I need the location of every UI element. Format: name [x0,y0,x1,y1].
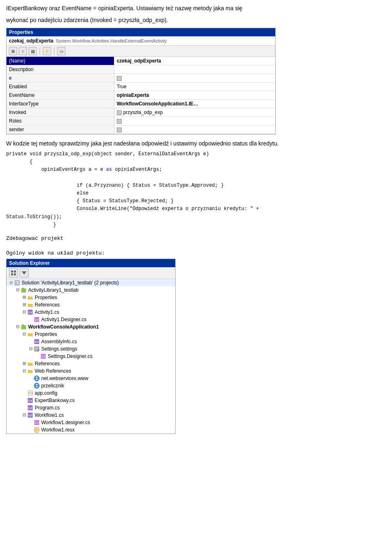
svg-rect-14 [22,324,24,326]
se-item-6[interactable]: ⊟Properties [7,331,175,338]
se-item-1[interactable]: ⊞Properties [7,294,175,301]
se-icon-18: C# [33,419,40,426]
se-btn2[interactable] [20,268,29,277]
se-expander-5[interactable]: ⊟ [15,324,20,330]
prop-value-1[interactable] [114,65,275,74]
se-expander-10[interactable]: ⊞ [21,361,27,367]
svg-rect-8 [22,288,24,289]
svg-text:C#: C# [28,311,33,314]
se-item-18[interactable]: C#Workflow1.designer.cs [7,419,175,426]
prop-name-5[interactable]: InterfaceType [7,100,114,108]
prop-value-4[interactable]: opiniaExperta [114,91,275,100]
svg-rect-19 [35,349,38,349]
properties-header: Properties [7,28,275,36]
se-icon-17: C# [27,412,33,418]
svg-text:C#: C# [41,355,46,358]
se-item-11[interactable]: ⊟Web References [7,367,175,375]
se-expander-3[interactable]: ⊟ [21,309,27,315]
prop-value-text-5: WorkflowConsoleApplication1.IE… [117,101,198,107]
se-icon-4: C# [33,316,40,323]
code-line9: Status.ToString()); [6,214,62,220]
prop-toolbar-btn5[interactable]: ▭ [57,47,65,55]
properties-object-name: czekaj_odpExperta [9,38,53,44]
se-item-17[interactable]: ⊟C#Workflow1.cs [7,411,175,419]
se-expander-14 [21,390,27,396]
prop-value-8[interactable] [114,125,275,134]
prop-value-2[interactable] [114,74,275,83]
prop-value-0[interactable]: czekaj_odpExperta [114,57,275,65]
se-expander-13 [28,383,33,389]
se-expander-17[interactable]: ⊟ [21,412,27,418]
se-item-7[interactable]: C#AssemblyInfo.cs [7,338,175,345]
prop-value-text-3: True [117,84,127,89]
se-item-0[interactable]: ⊟ActivityLibrary1_testlab [7,286,175,294]
properties-table: (Name)czekaj_odpExpertaDescriptioneEnabl… [7,57,275,134]
se-icon-10 [27,360,33,367]
se-item-12[interactable]: net.webservicex.www [7,375,175,382]
se-icon-2 [27,302,33,308]
se-label-15: ExpertBankowy.cs [35,398,75,403]
prop-name-8[interactable]: sender [7,125,114,134]
se-expander-0[interactable]: ⊟ [15,287,20,293]
se-label-8: Settings.settings [41,346,77,352]
se-item-9[interactable]: C#Settings.Designer.cs [7,353,175,360]
prop-toolbar-btn2[interactable]: ↕ [19,47,27,55]
se-solution-expander: ⊟ [8,280,14,286]
se-label-9: Settings.Designer.cs [48,353,92,359]
prop-value-icon-6 [117,110,122,115]
se-expander-11[interactable]: ⊟ [21,368,27,374]
prop-name-4[interactable]: EventName [7,91,114,100]
se-expander-7 [28,339,33,344]
code-line5: if (a.Przyznano) { Status = StatusType.A… [41,183,223,188]
prop-value-6[interactable]: przyszła_odp_exp [114,108,275,117]
se-item-16[interactable]: C#Program.cs [7,404,175,411]
prop-value-5[interactable]: WorkflowConsoleApplication1.IE… [114,100,275,108]
se-icon-16: C# [27,405,33,411]
se-expander-6[interactable]: ⊟ [21,331,27,337]
properties-panel: Properties czekaj_odpExperta System.Work… [6,28,276,134]
svg-rect-0 [11,271,13,273]
prop-toolbar-btn1[interactable]: ⊞ [9,47,17,55]
prop-name-0[interactable]: (Name) [7,57,114,65]
svg-rect-2 [11,273,13,275]
prop-name-3[interactable]: Enabled [7,83,114,91]
se-item-19[interactable]: RESXWorkflow1.resx [7,426,175,434]
se-expander-8[interactable]: ⊟ [28,346,33,352]
se-item-3[interactable]: ⊟C#Activity1.cs [7,309,175,316]
properties-title-row: czekaj_odpExperta System.Workflow.Activi… [7,36,275,46]
solution-icon-svg: S [14,280,20,286]
svg-rect-20 [35,350,37,351]
se-icon-8 [33,346,40,352]
se-solution-row[interactable]: ⊟ S Solution 'ActivityLibrary1_testlab' … [7,279,175,286]
se-label-17: Workflow1.cs [35,412,64,418]
se-label-12: net.webservicex.www [41,376,88,381]
toolbar-sep2 [54,47,54,55]
prop-name-7[interactable]: Roles [7,117,114,125]
prop-name-2[interactable]: e [7,74,114,83]
prop-toolbar-btn3[interactable]: ▤ [29,47,37,55]
prop-name-1[interactable]: Description [7,65,114,74]
svg-text:RESX: RESX [35,429,40,431]
prop-toolbar-btn4[interactable]: ⚡ [43,47,51,55]
se-expander-2[interactable]: ⊞ [21,302,27,308]
prop-value-7[interactable] [114,117,275,125]
code-block: private void przyszła_odp_exp(object sen… [6,150,386,229]
se-item-8[interactable]: ⊟Settings.settings [7,345,175,353]
se-label-10: References [35,361,60,367]
se-label-19: Workflow1.resx [41,427,75,433]
code-line1: private void przyszła_odp_exp(object sen… [6,151,209,157]
se-item-2[interactable]: ⊞References [7,301,175,309]
svg-rect-7 [21,288,26,293]
se-item-4[interactable]: C#Activity1.Designer.cs [7,316,175,323]
se-item-14[interactable]: CFGapp.config [7,389,175,397]
prop-name-6[interactable]: Invoked [7,108,114,117]
se-item-15[interactable]: C#ExpertBankowy.cs [7,397,175,404]
se-item-10[interactable]: ⊞References [7,360,175,367]
se-expander-9 [34,353,40,359]
svg-text:C#: C# [28,399,33,402]
se-expander-1[interactable]: ⊞ [21,295,27,300]
se-btn1[interactable] [9,268,18,277]
se-item-5[interactable]: ⊟WorkflowConsoleApplication1 [7,323,175,331]
se-item-13[interactable]: przelicznik [7,382,175,389]
prop-value-3[interactable]: True [114,83,275,91]
